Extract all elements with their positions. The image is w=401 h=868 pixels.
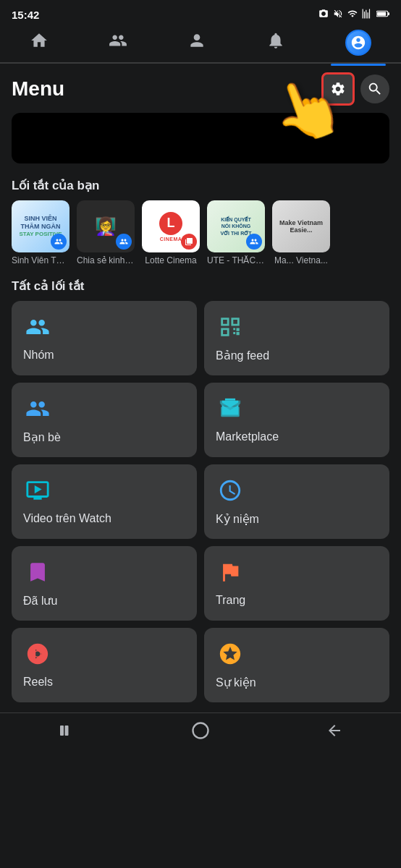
- mute-icon: [333, 9, 343, 21]
- shortcut-sinh-vien[interactable]: SINH VIÊN THĂM NGÀNSTAY POSITIVE Sinh Vi…: [12, 200, 69, 265]
- status-time: 15:42: [12, 9, 39, 21]
- saved-icon: [23, 558, 52, 587]
- nav-bar: [0, 26, 401, 64]
- menu-card-watch[interactable]: Video trên Watch: [12, 464, 197, 539]
- menu-card-reels[interactable]: Reels: [12, 628, 197, 702]
- home-nav-icon: [30, 31, 48, 54]
- profile-nav-icon: [187, 31, 206, 54]
- svg-rect-4: [221, 403, 240, 406]
- watch-icon: [23, 476, 52, 505]
- shortcut-label-ute: UTE - THẮC MẮC HỌC...: [207, 255, 265, 265]
- shortcut-ute[interactable]: KIẾN QUYẾTNÓI KHÔNGVỚI THI RỚT UTE - THẮ…: [207, 200, 265, 265]
- shortcut-label-lotte: Lotte Cinema: [145, 255, 196, 265]
- bell-nav-icon: [266, 31, 285, 54]
- battery-icon: [376, 9, 389, 20]
- nav-home[interactable]: [15, 28, 63, 57]
- search-button[interactable]: [360, 75, 389, 103]
- svg-rect-6: [60, 726, 64, 736]
- marketplace-icon: [216, 394, 245, 423]
- menu-card-groups[interactable]: Nhóm: [12, 301, 197, 375]
- groups-icon: [23, 312, 52, 341]
- shortcut-label-make: Ma... Vietna...: [274, 255, 328, 265]
- shortcut-make[interactable]: Make Vietnam Easie... Ma... Vietna...: [272, 200, 330, 265]
- menu-card-groups-label: Nhóm: [23, 349, 54, 362]
- menu-card-marketplace[interactable]: Marketplace: [204, 383, 389, 457]
- bottom-nav-home[interactable]: [190, 720, 211, 745]
- svg-rect-2: [388, 12, 389, 15]
- shortcuts-section-title: Lối tắt của bạn: [0, 172, 401, 197]
- svg-rect-7: [64, 726, 68, 736]
- menu-card-pages[interactable]: Trang: [204, 546, 389, 621]
- bottom-nav: [0, 712, 401, 757]
- friends-nav-icon: [109, 31, 127, 54]
- menu-card-friends-label: Bạn bè: [23, 430, 61, 444]
- nav-menu[interactable]: [331, 27, 386, 59]
- menu-card-saved[interactable]: Đã lưu: [12, 546, 197, 621]
- menu-grid: Nhóm Bảng feed Bạn bè M: [0, 301, 401, 702]
- menu-card-events-label: Sự kiện: [216, 676, 256, 689]
- shortcut-badge-sinh-vien: [51, 234, 67, 250]
- status-bar: 15:42: [0, 0, 401, 26]
- memories-icon: [216, 476, 245, 505]
- menu-card-marketplace-label: Marketplace: [216, 430, 279, 443]
- pages-icon: [216, 558, 245, 587]
- menu-card-watch-label: Video trên Watch: [23, 512, 111, 525]
- status-icons: [318, 9, 389, 21]
- svg-rect-1: [377, 12, 386, 15]
- shortcut-badge-ute: [246, 234, 262, 250]
- nav-notifications[interactable]: [252, 28, 300, 57]
- signal-icon: [362, 9, 372, 21]
- header-actions: [321, 72, 389, 106]
- shortcut-badge-chia-se: [116, 234, 132, 250]
- menu-card-events[interactable]: Sự kiện: [204, 628, 389, 702]
- shortcut-chia-se[interactable]: 👩‍🏫 Chia sẻ kinh nghiệ...: [77, 200, 135, 265]
- bottom-nav-back[interactable]: [326, 722, 343, 744]
- shortcut-label-sinh-vien: Sinh Viên Thăm Ngàn: [12, 255, 69, 265]
- bottom-nav-bars[interactable]: [58, 722, 75, 744]
- menu-card-memories-label: Kỷ niệm: [216, 512, 259, 526]
- nav-friends[interactable]: [94, 28, 142, 57]
- nav-profile[interactable]: [173, 28, 221, 57]
- shortcut-label-chia-se: Chia sẻ kinh nghiệ...: [77, 255, 135, 265]
- menu-card-reels-label: Reels: [23, 676, 53, 689]
- camera-icon: [318, 9, 329, 21]
- shortcut-lotte[interactable]: L CINEMA Lotte Cinema: [142, 200, 200, 265]
- svg-point-8: [193, 723, 208, 739]
- reels-icon: [23, 639, 52, 668]
- menu-card-pages-label: Trang: [216, 594, 245, 607]
- shortcut-thumb-ute: KIẾN QUYẾTNÓI KHÔNGVỚI THI RỚT: [207, 200, 265, 252]
- feed-icon: [216, 312, 245, 341]
- shortcut-thumb-make: Make Vietnam Easie...: [272, 200, 330, 252]
- shortcut-thumb-lotte: L CINEMA: [142, 200, 200, 252]
- menu-card-memories[interactable]: Kỷ niệm: [204, 464, 389, 539]
- menu-card-feed-label: Bảng feed: [216, 349, 269, 362]
- events-icon: [216, 639, 245, 668]
- page-header: Menu: [0, 64, 401, 113]
- shortcut-img-make: Make Vietnam Easie...: [272, 200, 330, 252]
- menu-card-feed[interactable]: Bảng feed: [204, 301, 389, 375]
- friends-menu-icon: [23, 394, 52, 423]
- shortcuts-row: SINH VIÊN THĂM NGÀNSTAY POSITIVE Sinh Vi…: [0, 197, 401, 274]
- profile-banner: [12, 113, 389, 163]
- shortcut-badge-lotte: [181, 234, 197, 250]
- menu-card-saved-label: Đã lưu: [23, 594, 57, 608]
- shortcut-thumb-sinh-vien: SINH VIÊN THĂM NGÀNSTAY POSITIVE: [12, 200, 69, 252]
- menu-card-friends[interactable]: Bạn bè: [12, 383, 197, 457]
- wifi-icon: [347, 9, 358, 21]
- svg-rect-3: [221, 407, 240, 417]
- shortcut-thumb-chia-se: 👩‍🏫: [77, 200, 135, 252]
- avatar: [345, 30, 371, 56]
- all-shortcuts-title: Tất cả lối tắt: [0, 274, 401, 301]
- page-title: Menu: [12, 77, 64, 101]
- settings-button[interactable]: [321, 72, 355, 106]
